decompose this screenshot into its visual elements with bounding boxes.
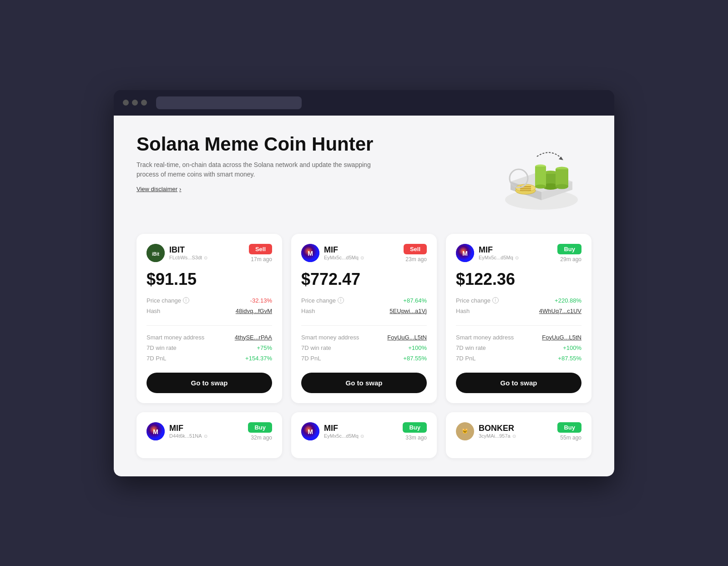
win-rate-row: 7D win rate +75% [147, 343, 272, 353]
divider [147, 325, 272, 326]
price-change-label: Price change i [301, 297, 344, 304]
price-change-row: Price change i +220.88% [456, 295, 581, 306]
svg-rect-12 [535, 167, 546, 187]
svg-text:M: M [308, 428, 313, 435]
copy-icon[interactable]: ⊙ [204, 255, 207, 260]
price-change-value: +220.88% [555, 297, 581, 304]
price-change-label: Price change i [456, 297, 499, 304]
action-badge: Buy [248, 422, 272, 433]
card-stats: Price change i -32.13% Hash 48idvq...fGv… [147, 295, 272, 316]
coin-address: FLcbWs...S3dt ⊙ [169, 255, 207, 260]
address-bar[interactable] [156, 96, 302, 109]
copy-icon[interactable]: ⊙ [515, 255, 519, 260]
pnl-row: 7D PnL +87.55% [301, 353, 427, 364]
card-header: iBit IBIT FLcbWs...S3dt ⊙ Sell 17m ago [147, 244, 272, 263]
card-card-5: M MIF EyMx5c...d5Mq ⊙ Buy 33m ago [291, 412, 437, 458]
pnl-label: 7D PnL [456, 355, 475, 362]
svg-text:iBit: iBit [152, 252, 160, 257]
coin-avatar: M [301, 244, 319, 262]
coin-name-group: BONKER 3cyMAi...957a ⊙ [479, 424, 516, 439]
win-rate-value: +75% [257, 344, 272, 351]
coin-name-group: MIF EyMx5c...d5Mq ⊙ [324, 245, 364, 261]
pnl-label: 7D PnL [301, 355, 321, 362]
hash-value[interactable]: 48idvq...fGvM [236, 308, 272, 314]
win-rate-value: +100% [563, 344, 581, 351]
svg-text:M: M [153, 428, 158, 435]
card-coin-info: M MIF EyMx5c...d5Mq ⊙ [301, 422, 364, 440]
smart-money-row: Smart money address 4thySE...rPAA [147, 332, 272, 343]
hash-label: Hash [456, 308, 470, 314]
svg-rect-9 [556, 169, 568, 187]
card-card-4: M MIF D44t6k...51NA ⊙ Buy 32m ago [136, 412, 282, 458]
coin-name-group: MIF D44t6k...51NA ⊙ [169, 424, 207, 439]
win-rate-label: 7D win rate [301, 344, 331, 351]
card-meta: Buy 29m ago [557, 244, 581, 263]
copy-icon[interactable]: ⊙ [204, 434, 207, 439]
coin-address: EyMx5c...d5Mq ⊙ [479, 255, 519, 260]
card-stats-2: Smart money address 4thySE...rPAA 7D win… [147, 332, 272, 364]
coin-address: EyMx5c...d5Mq ⊙ [324, 433, 364, 439]
card-coin-info: M MIF D44t6k...51NA ⊙ [147, 422, 207, 440]
time-ago: 33m ago [405, 435, 427, 441]
divider [301, 325, 427, 326]
coin-avatar: M [456, 244, 474, 262]
card-price: $122.36 [456, 270, 581, 289]
copy-icon[interactable]: ⊙ [360, 255, 364, 260]
header-illustration [491, 134, 592, 216]
card-card-2: M MIF EyMx5c...d5Mq ⊙ Sell 23m ago $772.… [291, 234, 437, 403]
action-badge: Sell [404, 244, 427, 254]
coin-name: MIF [169, 424, 207, 434]
price-change-row: Price change i +87.64% [301, 295, 427, 306]
coin-name: MIF [479, 245, 519, 255]
pnl-value: +87.55% [558, 355, 581, 362]
action-badge: Buy [557, 244, 581, 254]
time-ago: 55m ago [560, 435, 581, 441]
card-header: M MIF EyMx5c...d5Mq ⊙ Sell 23m ago [301, 244, 427, 263]
coin-address: D44t6k...51NA ⊙ [169, 433, 207, 439]
card-stats: Price change i +220.88% Hash 4WhUq7...c1… [456, 295, 581, 316]
card-coin-info: 🐱 BONKER 3cyMAi...957a ⊙ [456, 422, 516, 440]
swap-button[interactable]: Go to swap [301, 373, 427, 393]
smart-money-value[interactable]: FoyUuG...L5tN [542, 334, 581, 341]
action-badge: Buy [557, 422, 581, 433]
coin-name-group: MIF EyMx5c...d5Mq ⊙ [479, 245, 519, 261]
view-disclaimer-link[interactable]: View disclaimer › [136, 186, 181, 192]
pnl-value: +154.37% [245, 355, 272, 362]
card-card-3: M MIF EyMx5c...d5Mq ⊙ Buy 29m ago $122.3… [446, 234, 592, 403]
swap-button[interactable]: Go to swap [147, 373, 272, 393]
swap-button[interactable]: Go to swap [456, 373, 581, 393]
info-icon: i [183, 297, 189, 303]
hash-value[interactable]: 4WhUq7...c1UV [539, 308, 581, 314]
cards-grid: iBit IBIT FLcbWs...S3dt ⊙ Sell 17m ago $… [136, 234, 592, 458]
browser-content: Solana Meme Coin Hunter Track real-time,… [114, 116, 614, 476]
page-title: Solana Meme Coin Hunter [136, 134, 491, 155]
coin-name: BONKER [479, 424, 516, 434]
action-badge: Buy [403, 422, 427, 433]
action-badge: Sell [249, 244, 272, 254]
card-card-1: iBit IBIT FLcbWs...S3dt ⊙ Sell 17m ago $… [136, 234, 282, 403]
page-subtitle: Track real-time, on-chain data across th… [136, 160, 373, 179]
coin-address: EyMx5c...d5Mq ⊙ [324, 255, 364, 260]
card-stats-2: Smart money address FoyUuG...L5tN 7D win… [301, 332, 427, 364]
card-meta: Sell 17m ago [249, 244, 272, 263]
card-card-6: 🐱 BONKER 3cyMAi...957a ⊙ Buy 55m ago [446, 412, 592, 458]
dot-green [141, 100, 147, 106]
card-coin-info: M MIF EyMx5c...d5Mq ⊙ [456, 244, 519, 262]
copy-icon[interactable]: ⊙ [360, 434, 364, 439]
time-ago: 29m ago [560, 256, 581, 263]
coin-avatar: M [301, 422, 319, 440]
card-header: M MIF EyMx5c...d5Mq ⊙ Buy 33m ago [301, 422, 427, 441]
browser-titlebar [114, 90, 614, 116]
time-ago: 32m ago [251, 435, 272, 441]
coin-avatar: 🐱 [456, 422, 474, 440]
smart-money-value[interactable]: FoyUuG...L5tN [387, 334, 427, 341]
hash-value[interactable]: 5EUpwi...a1Vj [389, 308, 427, 314]
card-coin-info: iBit IBIT FLcbWs...S3dt ⊙ [147, 244, 207, 262]
card-price: $91.15 [147, 270, 272, 289]
illustration-svg [491, 134, 592, 216]
info-icon: i [338, 297, 344, 303]
coin-avatar: M [147, 422, 165, 440]
smart-money-value[interactable]: 4thySE...rPAA [235, 334, 272, 341]
card-header: M MIF D44t6k...51NA ⊙ Buy 32m ago [147, 422, 272, 441]
copy-icon[interactable]: ⊙ [512, 434, 516, 439]
